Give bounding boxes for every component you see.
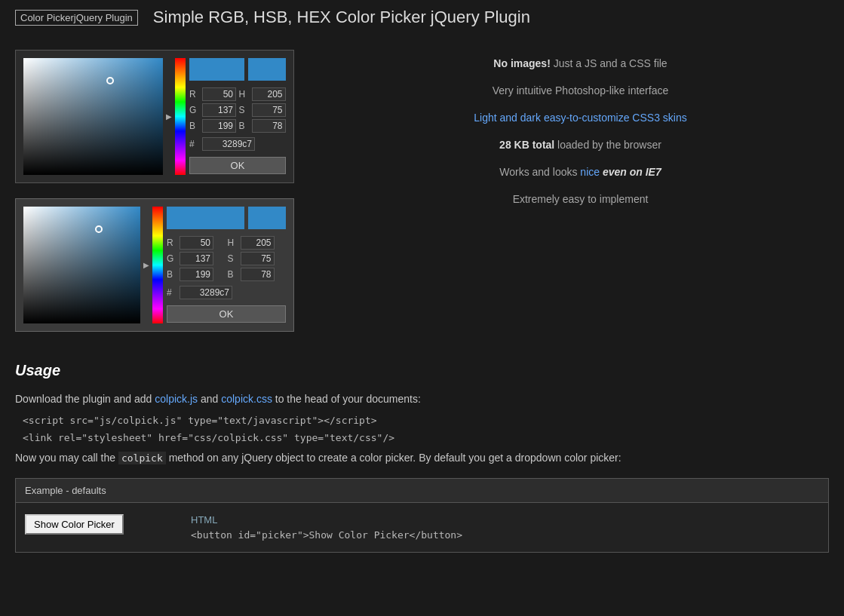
main-content: ▶ R H (0, 35, 844, 362)
s-input-1[interactable] (252, 103, 286, 117)
h-label-2: H (228, 238, 238, 248)
b-input-row-1: B (189, 119, 237, 133)
logo-link[interactable]: Color PickerjQuery Plugin (15, 10, 138, 26)
call-code: colpick (118, 452, 166, 464)
example-header: Example - defaults (16, 479, 828, 503)
hex-row-1: # (189, 137, 286, 151)
usage-intro-text: Download the plugin and add (15, 393, 155, 405)
usage-intro: Download the plugin and add colpick.js a… (15, 391, 829, 407)
hex-input-1[interactable] (202, 137, 255, 151)
b-input-1[interactable] (202, 119, 236, 133)
header: Color PickerjQuery Plugin Simple RGB, HS… (0, 0, 844, 35)
h-input-row-1: H (239, 87, 287, 101)
b-label-1: B (189, 121, 200, 131)
bh-input-row-1: B (239, 119, 287, 133)
r-label-2: R (167, 238, 177, 248)
feature-skins: Light and dark easy-to-customize CSS3 sk… (332, 112, 829, 124)
code-block-2: <link rel="stylesheet" href="css/colpick… (15, 432, 829, 443)
usage-heading: Usage (15, 362, 829, 379)
easy-text: Extremely easy to implement (513, 193, 649, 205)
left-column: ▶ R H (15, 50, 317, 347)
usage-rest: to the head of your documents: (272, 393, 421, 405)
hue-bar-2[interactable] (152, 207, 163, 323)
page-title: Simple RGB, HSB, HEX Color Picker jQuery… (153, 8, 530, 27)
g-input-1[interactable] (202, 103, 236, 117)
color-gradient-1[interactable] (23, 58, 163, 175)
call-text1: Now you may call the (15, 452, 118, 464)
r-input-row-1: R (189, 87, 237, 101)
picker-widget-1: ▶ R H (15, 50, 294, 183)
b-input-2[interactable] (180, 268, 213, 281)
size-bold: 28 KB total (499, 139, 554, 151)
r-input-1[interactable] (202, 87, 236, 101)
hex-input-2[interactable] (180, 286, 232, 299)
code-script: <script src="js/colpick.js" type="text/j… (23, 415, 377, 426)
preview-new-2 (167, 207, 244, 229)
picker-widget-2: ▶ R H G (15, 198, 294, 332)
ie7-accent: nice (580, 166, 600, 178)
bh-input-1[interactable] (252, 119, 286, 133)
no-images-bold: No images! (493, 57, 550, 69)
preview-new-1 (189, 58, 244, 81)
color-gradient-2[interactable] (23, 207, 140, 323)
preview-old-1 (248, 58, 286, 81)
r-label-1: R (189, 89, 200, 100)
s-label-2: S (228, 253, 238, 264)
feature-ie7: Works and looks nice even on IE7 (332, 166, 829, 178)
picker-previews-1 (189, 58, 286, 81)
intuitive-text: Very intuitive Photoshop-like interface (493, 84, 668, 97)
usage-call-text: Now you may call the colpick method on a… (15, 449, 829, 467)
hex-row-2: # (167, 286, 286, 299)
ie7-italic: even on IE7 (603, 166, 661, 178)
picker-inputs-2: R H G S B (167, 236, 286, 281)
g-input-2[interactable] (180, 252, 213, 265)
feature-intuitive: Very intuitive Photoshop-like interface (332, 84, 829, 97)
r-input-2[interactable] (180, 236, 213, 250)
g-input-row-1: G (189, 103, 237, 117)
bh-input-row-2: B (228, 268, 287, 281)
s-input-2[interactable] (241, 252, 275, 265)
picker-right-panel-1: R H G S B (189, 58, 286, 175)
code-block-1: <script src="js/colpick.js" type="text/j… (15, 415, 829, 426)
picker-cursor-1 (106, 77, 114, 84)
example-box: Example - defaults Show Color Picker HTM… (15, 478, 829, 553)
file2-link[interactable]: colpick.css (221, 393, 272, 405)
preview-old-2 (248, 207, 286, 229)
g-input-row-2: G (167, 252, 226, 265)
hex-label-2: # (167, 287, 177, 298)
h-label-1: H (239, 89, 250, 100)
feature-no-images: No images! Just a JS and a CSS file (332, 57, 829, 69)
size-rest: loaded by the browser (554, 139, 661, 151)
g-label-1: G (189, 105, 200, 115)
h-input-1[interactable] (252, 87, 286, 101)
usage-and: and (198, 393, 221, 405)
ie7-pre: Works and looks (499, 166, 580, 178)
picker-right-panel-2: R H G S B (167, 207, 286, 323)
show-color-picker-button[interactable]: Show Color Picker (25, 514, 124, 535)
code-link: <link rel="stylesheet" href="css/colpick… (23, 432, 394, 443)
hex-label-1: # (189, 139, 200, 149)
feature-size: 28 KB total loaded by the browser (332, 139, 829, 151)
picker-cursor-2 (95, 225, 103, 233)
skins-link[interactable]: Light and dark easy-to-customize CSS3 sk… (474, 112, 686, 124)
h-input-row-2: H (228, 236, 287, 250)
bh-label-2: B (228, 269, 238, 280)
ok-button-1[interactable]: OK (189, 157, 286, 174)
file1-link[interactable]: colpick.js (155, 393, 198, 405)
ok-button-2[interactable]: OK (167, 305, 286, 323)
bh-label-1: B (239, 121, 250, 131)
call-text2: method on any jQuery object to create a … (166, 452, 621, 464)
hue-bar-1[interactable] (175, 58, 186, 175)
r-input-row-2: R (167, 236, 226, 250)
picker-previews-2 (167, 207, 286, 229)
b-label-2: B (167, 269, 177, 280)
s-input-row-1: S (239, 103, 287, 117)
s-label-1: S (239, 105, 250, 115)
h-input-2[interactable] (241, 236, 275, 250)
usage-section: Usage Download the plugin and add colpic… (0, 362, 844, 568)
features-column: No images! Just a JS and a CSS file Very… (332, 50, 829, 347)
b-input-row-2: B (167, 268, 226, 281)
s-input-row-2: S (228, 252, 287, 265)
example-header-text: Example - defaults (25, 485, 106, 496)
bh-input-2[interactable] (241, 268, 275, 281)
